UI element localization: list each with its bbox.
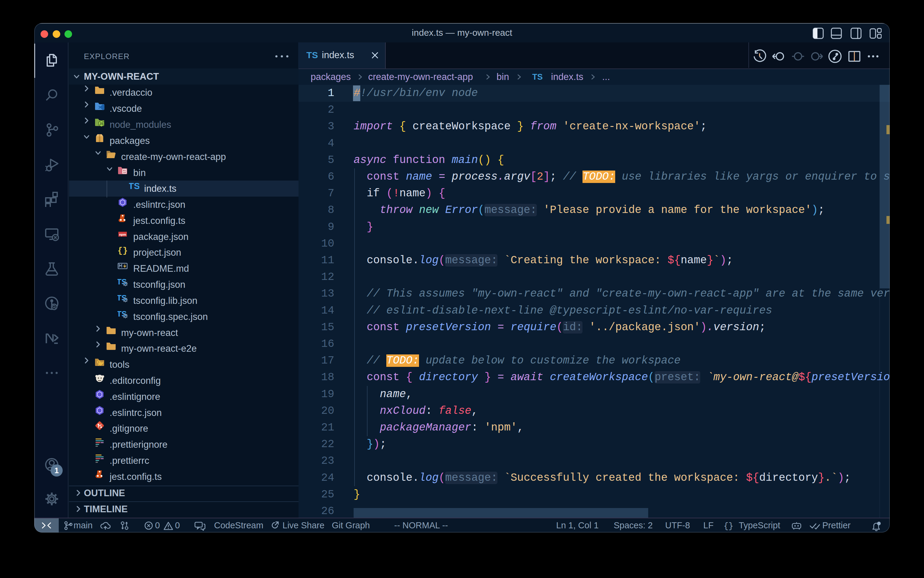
svg-text:JS: JS	[99, 122, 103, 125]
svg-text:{}: {}	[118, 246, 128, 255]
svg-text:TS: TS	[129, 181, 139, 191]
svg-text:10: 10	[123, 171, 126, 174]
svg-text:npm: npm	[119, 233, 126, 236]
